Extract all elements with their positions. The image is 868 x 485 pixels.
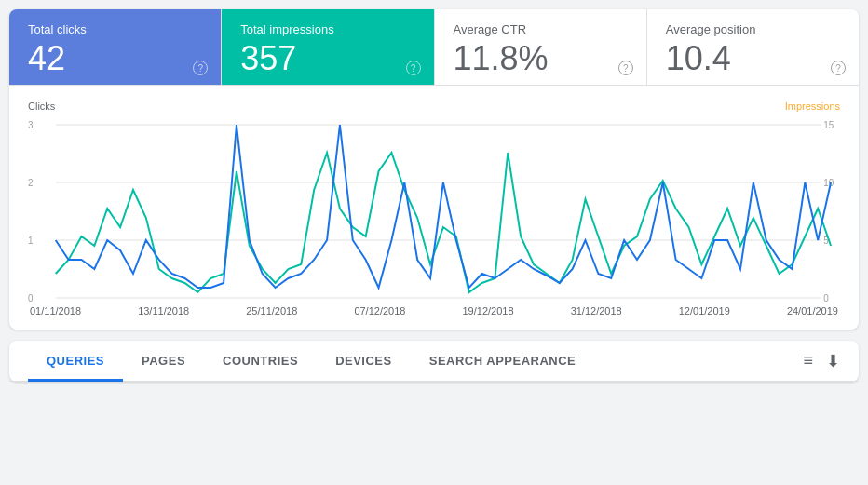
stat-average-position: Average position 10.4 ? — [647, 9, 859, 85]
clicks-line — [56, 125, 831, 288]
stat-position-label: Average position — [666, 22, 840, 36]
chart-axis-labels: Clicks Impressions — [28, 101, 840, 112]
x-label-4: 19/12/2018 — [463, 305, 514, 317]
stat-ctr-label: Average CTR — [454, 22, 628, 36]
stats-row: Total clicks 42 ? Total impressions 357 … — [9, 9, 859, 86]
impressions-help-icon[interactable]: ? — [406, 61, 421, 75]
tab-search-appearance[interactable]: SEARCH APPEARANCE — [411, 341, 595, 381]
stat-total-impressions: Total impressions 357 ? — [222, 9, 434, 85]
stat-total-clicks: Total clicks 42 ? — [9, 9, 222, 85]
x-label-0: 01/11/2018 — [30, 305, 81, 317]
chart-area: Clicks Impressions 3 2 1 0 15 10 5 0 — [9, 86, 859, 330]
x-label-3: 07/12/2018 — [354, 305, 405, 317]
stat-average-ctr: Average CTR 11.8% ? — [435, 9, 647, 85]
chart-left-axis-label: Clicks — [28, 101, 55, 112]
x-label-2: 25/11/2018 — [246, 305, 297, 317]
svg-text:15: 15 — [823, 120, 834, 130]
chart-svg: 3 2 1 0 15 10 5 0 — [28, 115, 840, 302]
x-label-7: 24/01/2019 — [787, 305, 838, 317]
tab-countries[interactable]: COUNTRIES — [204, 341, 317, 381]
tab-devices[interactable]: DEVICES — [317, 341, 411, 381]
stat-clicks-label: Total clicks — [28, 22, 202, 36]
tab-pages[interactable]: PAGES — [123, 341, 204, 381]
clicks-help-icon[interactable]: ? — [193, 61, 208, 75]
tabs-row: QUERIES PAGES COUNTRIES DEVICES SEARCH A… — [9, 341, 859, 382]
main-metrics-card: Total clicks 42 ? Total impressions 357 … — [9, 9, 859, 330]
x-axis-labels: 01/11/2018 13/11/2018 25/11/2018 07/12/2… — [28, 305, 840, 317]
x-label-1: 13/11/2018 — [138, 305, 189, 317]
svg-text:10: 10 — [823, 178, 834, 188]
tab-queries[interactable]: QUERIES — [28, 341, 123, 381]
download-icon[interactable]: ⬇ — [826, 351, 840, 371]
tabs-card: QUERIES PAGES COUNTRIES DEVICES SEARCH A… — [9, 341, 859, 382]
stat-clicks-value: 42 — [28, 42, 202, 75]
position-help-icon[interactable]: ? — [831, 61, 846, 75]
svg-text:2: 2 — [28, 178, 34, 188]
stat-position-value: 10.4 — [666, 42, 840, 75]
svg-text:0: 0 — [28, 293, 34, 302]
tabs-actions: ≡ ⬇ — [803, 341, 840, 381]
stat-impressions-value: 357 — [240, 42, 414, 75]
stat-ctr-value: 11.8% — [454, 42, 628, 75]
chart-right-axis-label: Impressions — [785, 101, 840, 112]
stat-impressions-label: Total impressions — [240, 22, 414, 36]
ctr-help-icon[interactable]: ? — [618, 61, 633, 75]
svg-text:0: 0 — [823, 293, 829, 302]
chart-container: 3 2 1 0 15 10 5 0 — [28, 115, 840, 302]
x-label-6: 12/01/2019 — [679, 305, 730, 317]
svg-text:3: 3 — [28, 120, 34, 130]
x-label-5: 31/12/2018 — [571, 305, 622, 317]
svg-text:1: 1 — [28, 236, 34, 246]
filter-icon[interactable]: ≡ — [803, 351, 813, 370]
impressions-line — [56, 153, 831, 292]
